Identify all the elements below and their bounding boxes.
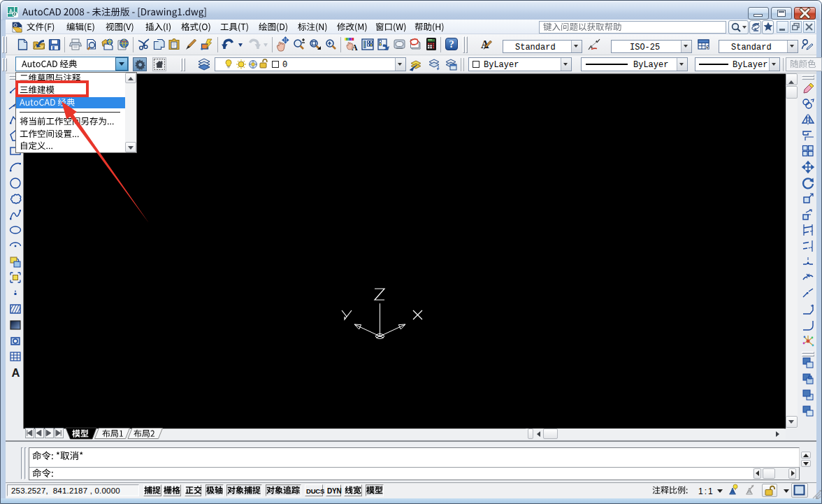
svg-text:?: ? — [449, 38, 454, 50]
svg-text:A: A — [12, 366, 20, 379]
svg-text:A: A — [352, 43, 358, 52]
